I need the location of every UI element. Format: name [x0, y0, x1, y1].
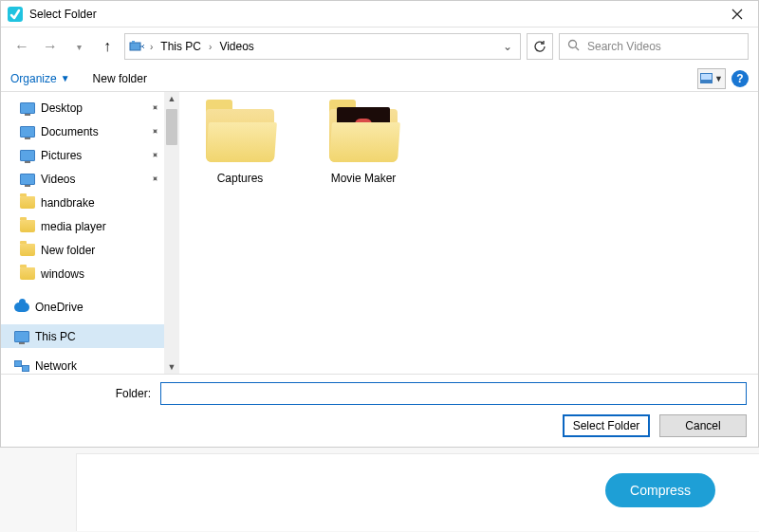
nav-row: ← → ▾ ↑ › This PC › Videos ⌄: [1, 28, 758, 65]
select-folder-button[interactable]: Select Folder: [563, 414, 650, 437]
search-box[interactable]: [559, 33, 749, 60]
sidebar-item-label: Documents: [41, 125, 158, 138]
search-input[interactable]: [585, 39, 740, 54]
titlebar: Select Folder: [1, 1, 758, 28]
organize-menu[interactable]: Organize ▼: [10, 72, 70, 85]
nav-back-button[interactable]: ←: [10, 35, 33, 58]
scroll-thumb[interactable]: [166, 109, 177, 145]
folder-label: Folder:: [12, 387, 155, 400]
scroll-down-icon[interactable]: ▼: [168, 360, 176, 374]
search-icon: [567, 39, 580, 54]
sidebar-item-label: This PC: [35, 330, 158, 343]
address-history-dropdown[interactable]: ⌄: [499, 40, 516, 53]
body-area: Desktop✦Documents✦Pictures✦Videos✦handbr…: [1, 92, 758, 374]
chevron-down-icon: ▼: [714, 74, 723, 83]
compress-button[interactable]: Compress: [605, 473, 715, 507]
dialog-footer: Folder: Select Folder Cancel: [1, 374, 758, 447]
sidebar-item-pictures[interactable]: Pictures✦: [1, 143, 164, 167]
sidebar-tree: Desktop✦Documents✦Pictures✦Videos✦handbr…: [1, 92, 164, 374]
cancel-button[interactable]: Cancel: [659, 414, 747, 437]
new-folder-button[interactable]: New folder: [93, 72, 147, 85]
folder-input[interactable]: [160, 382, 747, 405]
chevron-right-icon: ›: [207, 42, 213, 52]
view-mode-button[interactable]: ▼: [697, 68, 726, 89]
close-button[interactable]: [716, 1, 758, 28]
select-folder-dialog: Select Folder ← → ▾ ↑ › This PC › Videos…: [0, 0, 759, 448]
folder-content-pane[interactable]: CapturesMovie Maker: [179, 92, 758, 374]
location-icon: [129, 39, 144, 54]
sidebar-item-label: Network: [35, 359, 158, 373]
sidebar-item-label: Desktop: [41, 101, 158, 115]
chevron-right-icon: ›: [148, 42, 155, 52]
sidebar-item-this-pc[interactable]: This PC: [1, 324, 164, 348]
sidebar-item-new-folder[interactable]: New folder: [1, 238, 164, 262]
folder-field-row: Folder:: [12, 382, 747, 405]
monitor-icon: [20, 126, 35, 138]
sidebar-item-onedrive[interactable]: OneDrive: [1, 295, 164, 319]
window-title: Select Folder: [29, 8, 716, 21]
folder-item-movie-maker[interactable]: Movie Maker: [316, 109, 411, 185]
sidebar-item-label: New folder: [41, 244, 158, 257]
scroll-up-icon[interactable]: ▲: [168, 92, 176, 105]
sidebar-item-label: media player: [41, 220, 158, 233]
sidebar-item-handbrake[interactable]: handbrake: [1, 191, 164, 214]
svg-point-3: [569, 41, 577, 48]
cloud-icon: [14, 303, 29, 312]
breadcrumb-this-pc[interactable]: This PC: [158, 40, 203, 53]
organize-label: Organize: [10, 72, 57, 85]
breadcrumb-videos[interactable]: Videos: [217, 40, 255, 53]
nav-up-button[interactable]: ↑: [96, 35, 119, 58]
sidebar-item-label: windows: [41, 267, 158, 281]
sidebar-item-label: Videos: [41, 173, 158, 186]
svg-rect-0: [8, 7, 23, 22]
folder-item-captures[interactable]: Captures: [193, 109, 287, 185]
svg-line-4: [576, 47, 580, 51]
toolbar: Organize ▼ New folder ▼ ?: [1, 65, 758, 92]
sidebar-scrollbar[interactable]: ▲ ▼: [164, 92, 179, 374]
sidebar-item-label: Pictures: [41, 149, 158, 162]
thumbnails-icon: [700, 73, 713, 83]
monitor-icon: [14, 331, 29, 342]
folder-label: Captures: [193, 172, 287, 185]
sidebar-item-desktop[interactable]: Desktop✦: [1, 96, 164, 119]
nav-recent-dropdown[interactable]: ▾: [67, 35, 90, 58]
monitor-icon: [20, 174, 35, 185]
sidebar-item-network[interactable]: Network: [1, 354, 164, 374]
sidebar-item-videos[interactable]: Videos✦: [1, 167, 164, 191]
svg-rect-2: [132, 41, 135, 43]
folder-icon: [20, 267, 35, 280]
folder-icon: [20, 196, 35, 209]
chevron-down-icon: ▼: [61, 73, 70, 83]
sidebar-item-label: OneDrive: [35, 301, 158, 314]
folder-label: Movie Maker: [316, 172, 411, 185]
monitor-icon: [20, 102, 35, 114]
refresh-button[interactable]: [527, 33, 553, 60]
folder-icon: [329, 109, 398, 162]
button-row: Select Folder Cancel: [12, 414, 747, 437]
address-bar[interactable]: › This PC › Videos ⌄: [124, 33, 521, 60]
nav-forward-button[interactable]: →: [39, 35, 62, 58]
svg-rect-6: [701, 74, 712, 80]
sidebar-item-media-player[interactable]: media player: [1, 214, 164, 238]
app-icon: [7, 6, 24, 23]
sidebar-item-windows[interactable]: windows: [1, 262, 164, 285]
folder-icon: [206, 109, 274, 162]
sidebar-item-documents[interactable]: Documents✦: [1, 119, 164, 143]
svg-rect-1: [130, 43, 140, 50]
folder-icon: [20, 220, 35, 232]
network-icon: [14, 360, 29, 372]
monitor-icon: [20, 150, 35, 161]
folder-icon: [20, 244, 35, 256]
sidebar-item-label: handbrake: [41, 196, 158, 210]
help-button[interactable]: ?: [731, 70, 749, 87]
